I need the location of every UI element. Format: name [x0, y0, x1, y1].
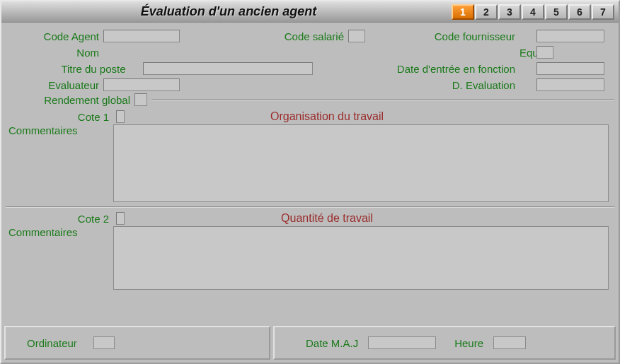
label-date-entree: Date d'entrée en fonction [372, 63, 519, 75]
tab-7[interactable]: 7 [592, 4, 614, 20]
field-date-maj[interactable] [368, 336, 436, 349]
tab-4[interactable]: 4 [522, 4, 544, 20]
label-code-salarie: Code salarié [270, 30, 348, 42]
page-tabs: 1 2 3 4 5 6 7 [452, 4, 614, 20]
field-comment1[interactable] [113, 124, 609, 202]
field-rendement-global[interactable] [134, 93, 147, 106]
form-body: Code Agent Code salarié Code fournisseur… [3, 23, 617, 320]
field-code-salarie[interactable] [348, 30, 365, 42]
footer: Ordinateur Date M.A.J Heure [4, 326, 616, 360]
window-title: Évaluation d'un ancien agent [6, 4, 452, 19]
label-code-fournisseur: Code fournisseur [395, 30, 519, 42]
field-code-agent[interactable] [103, 30, 180, 42]
tab-1[interactable]: 1 [452, 4, 474, 20]
heading-quantite: Quantité de travail [125, 212, 529, 225]
field-heure[interactable] [493, 336, 526, 349]
label-equipe: Equipe [519, 47, 536, 59]
label-nom: Nom [6, 47, 103, 59]
label-evaluateur: Evaluateur [6, 79, 103, 91]
label-commentaires1: Commentaires [6, 124, 113, 136]
row-comment2: Commentaires [6, 226, 614, 290]
field-cote1[interactable] [116, 110, 125, 123]
field-cote2[interactable] [116, 212, 125, 225]
label-commentaires2: Commentaires [6, 226, 113, 238]
field-ordinateur[interactable] [93, 336, 115, 349]
field-date-entree[interactable] [536, 62, 604, 75]
row-rendement-global: Rendement global [6, 93, 614, 106]
field-equipe[interactable] [536, 46, 553, 59]
heading-organisation: Organisation du travail [125, 110, 529, 123]
row-cote2: Cote 2 Quantité de travail [6, 212, 614, 225]
footer-right: Date M.A.J Heure [273, 326, 616, 360]
label-code-agent: Code Agent [6, 30, 103, 42]
tab-2[interactable]: 2 [475, 4, 498, 20]
field-evaluateur[interactable] [103, 78, 180, 91]
label-date-maj: Date M.A.J [306, 337, 362, 349]
field-comment2[interactable] [113, 226, 609, 290]
label-cote2: Cote 2 [6, 213, 113, 225]
header-grid: Code Agent Code salarié Code fournisseur… [6, 30, 614, 91]
row-cote1: Cote 1 Organisation du travail [6, 110, 614, 123]
tab-6[interactable]: 6 [568, 4, 591, 20]
row-comment1: Commentaires [6, 124, 614, 202]
label-d-evaluation: D. Evaluation [395, 79, 519, 91]
label-heure: Heure [454, 337, 488, 349]
separator-line [151, 99, 614, 100]
tab-5[interactable]: 5 [545, 4, 568, 20]
label-ordinateur: Ordinateur [16, 337, 93, 349]
field-titre-poste[interactable] [143, 62, 313, 75]
label-cote1: Cote 1 [6, 111, 113, 123]
title-bar: Évaluation d'un ancien agent 1 2 3 4 5 6… [1, 1, 619, 23]
section-divider [6, 206, 614, 208]
evaluation-window: Évaluation d'un ancien agent 1 2 3 4 5 6… [0, 0, 620, 364]
footer-left: Ordinateur [4, 326, 270, 360]
field-d-evaluation[interactable] [536, 78, 604, 91]
field-code-fournisseur[interactable] [536, 30, 604, 42]
tab-3[interactable]: 3 [498, 4, 521, 20]
label-rendement-global: Rendement global [6, 94, 134, 106]
